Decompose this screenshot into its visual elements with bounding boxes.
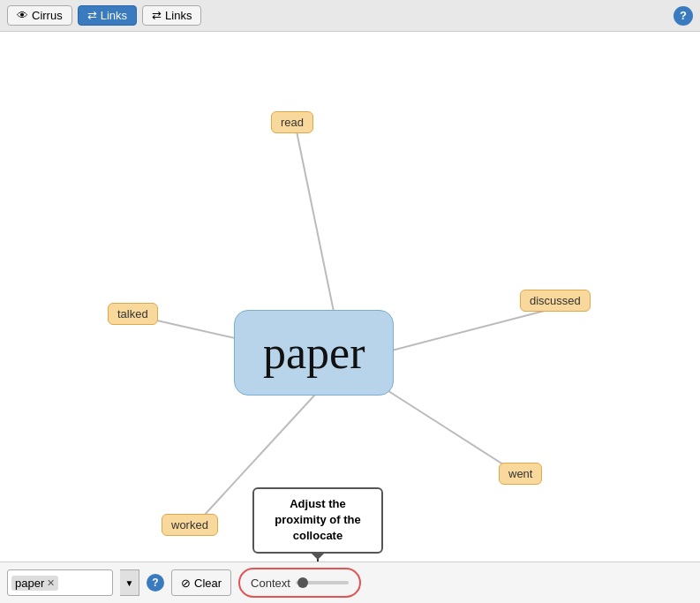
context-section: Context <box>238 568 361 598</box>
search-tag[interactable]: paper ✕ <box>11 576 58 591</box>
word-node-talked[interactable]: talked <box>108 303 158 325</box>
search-box[interactable]: paper ✕ <box>7 569 113 596</box>
cirrus-button[interactable]: 👁 Cirrus <box>7 5 72 26</box>
links-button-active[interactable]: ⇄ Links <box>78 5 137 26</box>
search-tag-text: paper <box>15 577 44 590</box>
center-word-node[interactable]: paper <box>234 310 394 396</box>
bottombar: paper ✕ ▼ ? ⊘ Clear Context <box>0 562 700 603</box>
context-label: Context <box>251 577 290 590</box>
graph-canvas: paper read discussed went worked talked … <box>0 32 700 562</box>
eye-icon: 👁 <box>17 9 28 22</box>
search-help-button[interactable]: ? <box>147 574 164 592</box>
search-input[interactable] <box>58 577 85 590</box>
word-node-went[interactable]: went <box>499 463 542 485</box>
clear-label: Clear <box>194 577 222 590</box>
word-node-worked[interactable]: worked <box>162 514 218 536</box>
dropdown-button[interactable]: ▼ <box>120 569 139 596</box>
word-node-read[interactable]: read <box>271 111 313 133</box>
clear-button[interactable]: ⊘ Clear <box>171 569 231 596</box>
toolbar-help-button[interactable]: ? <box>674 6 693 26</box>
cirrus-label: Cirrus <box>32 9 63 22</box>
share-icon: ⇄ <box>152 9 162 22</box>
toolbar: 👁 Cirrus ⇄ Links ⇄ Links ? <box>0 0 700 32</box>
tooltip-bubble: Adjust the proximity of the collocate <box>252 487 383 554</box>
context-slider-thumb[interactable] <box>297 577 308 588</box>
clear-icon: ⊘ <box>181 577 191 590</box>
share-icon-active: ⇄ <box>87 9 97 22</box>
links-button[interactable]: ⇄ Links <box>142 5 201 26</box>
search-tag-close[interactable]: ✕ <box>47 577 55 589</box>
word-node-discussed[interactable]: discussed <box>520 290 591 312</box>
context-slider-track[interactable] <box>296 581 349 584</box>
links-label-active: Links <box>101 9 127 22</box>
graph-lines <box>0 32 700 562</box>
links-label: Links <box>165 9 192 22</box>
